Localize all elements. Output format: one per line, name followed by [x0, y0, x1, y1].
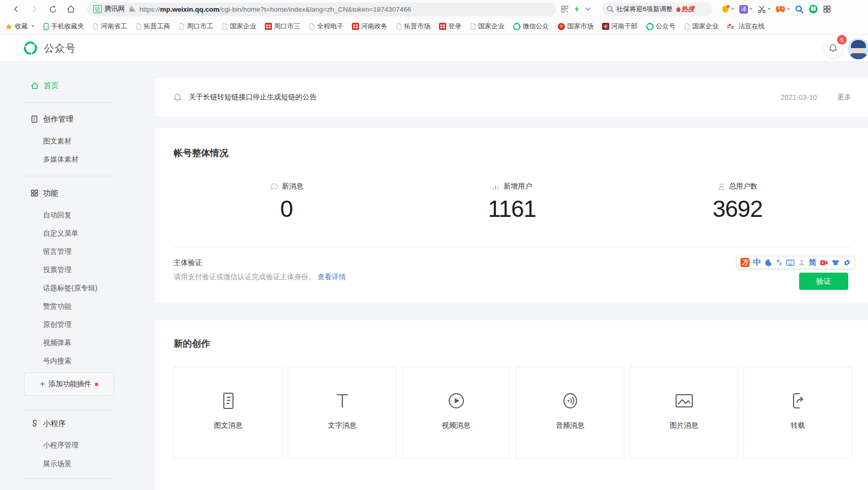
ime-logo-icon[interactable]: 万: [740, 258, 749, 267]
search-query: 社保将迎6项新调整: [616, 5, 673, 14]
stat-value: 1161: [399, 195, 624, 222]
chart-icon: [492, 183, 500, 191]
stat-label: 总用户数: [729, 182, 757, 191]
sidebar-item-display-scene[interactable]: 展示场景: [24, 458, 155, 470]
stat-label: 新增用户: [503, 182, 532, 191]
divider: [24, 410, 114, 410]
ime-night-mode-icon[interactable]: [765, 259, 772, 267]
verify-button[interactable]: 验证: [799, 273, 848, 290]
apps-grid-button[interactable]: [821, 5, 833, 13]
bookmark-item[interactable]: 微信公众: [513, 22, 549, 31]
creation-label: 视频消息: [402, 421, 510, 430]
clip-extension-button[interactable]: [756, 5, 772, 14]
toolbar-chevron-button[interactable]: [585, 7, 591, 11]
game-extension-button[interactable]: [774, 6, 792, 13]
bookmark-item[interactable]: Fx法宣在线: [727, 22, 765, 31]
sidebar-item-comments[interactable]: 留言管理: [24, 245, 155, 257]
back-button[interactable]: [10, 3, 22, 15]
site-name: 腾讯网: [104, 5, 125, 14]
avatar[interactable]: [848, 38, 868, 59]
creation-box-text[interactable]: 文字消息: [288, 367, 397, 459]
find-extension-button[interactable]: [794, 5, 805, 14]
notice-title[interactable]: 关于长链转短链接口停止生成短链的公告: [189, 93, 317, 102]
sidebar-section-title: 小程序: [43, 418, 66, 430]
sidebar-item-topic-tags[interactable]: 话题标签(原专辑): [24, 282, 155, 294]
sidebar-section-title: 功能: [43, 187, 58, 199]
bookmark-item[interactable]: 手机收藏夹: [43, 22, 84, 31]
ime-toolbar: 万 中 简: [736, 256, 855, 269]
divider: [24, 478, 114, 479]
ime-keyboard-icon[interactable]: [786, 259, 795, 266]
browser-search-box[interactable]: 社保将迎6项新调整 热搜: [602, 3, 713, 16]
sidebar-item-video-danmu[interactable]: 视频弹幕: [24, 336, 155, 349]
bookmark-item[interactable]: 国家企业: [684, 22, 719, 31]
sidebar-section-features[interactable]: 功能: [30, 187, 155, 199]
creation-box-audio[interactable]: 音频消息: [516, 367, 624, 459]
bookmark-item[interactable]: 国家市场: [558, 22, 594, 31]
sidebar-item-image-text-material[interactable]: 图文素材: [24, 135, 155, 147]
ime-simplified-icon[interactable]: 简: [809, 258, 816, 268]
sidebar-item-reward[interactable]: 赞赏功能: [24, 300, 155, 312]
bell-icon: [828, 43, 838, 53]
ime-settings-icon[interactable]: [843, 259, 851, 267]
address-bar[interactable]: 证 腾讯网 https://mp.weixin.qq.com/cgi-bin/h…: [87, 3, 556, 16]
notification-button[interactable]: 5: [823, 39, 843, 58]
add-plugin-button[interactable]: + 添加功能插件: [24, 372, 114, 396]
bookmark-label: 国家企业: [478, 22, 504, 31]
creation-box-repost[interactable]: 转载: [743, 367, 852, 459]
stat-value: 0: [174, 195, 399, 222]
translate-extension-button[interactable]: 译: [738, 5, 754, 14]
ime-video-icon[interactable]: [820, 259, 828, 266]
wechat-icon: [646, 23, 654, 30]
bookmark-item[interactable]: 拓普市场: [396, 22, 430, 31]
creation-label: 图文消息: [174, 421, 282, 430]
qr-code-button[interactable]: [561, 5, 569, 13]
bookmark-item[interactable]: 河南政务: [352, 22, 387, 31]
home-button[interactable]: [65, 3, 77, 15]
sidebar-item-auto-reply[interactable]: 自动回复: [24, 209, 155, 221]
sidebar-item-miniprogram-manage[interactable]: 小程序管理: [24, 439, 155, 451]
bookmark-item[interactable]: 收藏: [5, 22, 34, 31]
hot-search[interactable]: 热搜: [676, 5, 694, 14]
sidebar-item-votes[interactable]: 投票管理: [24, 263, 155, 276]
flash-button[interactable]: [573, 5, 580, 13]
forward-button[interactable]: [28, 3, 41, 15]
bookmark-item[interactable]: 河南干部: [602, 22, 638, 31]
sidebar-section-creation[interactable]: 创作管理: [30, 113, 155, 125]
bookmark-item[interactable]: 周口市三: [265, 22, 300, 31]
sidebar-item-original[interactable]: 原创管理: [24, 318, 155, 330]
sidebar-section-miniprogram[interactable]: 小程序: [30, 418, 155, 430]
add-plugin-label: 添加功能插件: [49, 380, 91, 389]
qr-code-icon: [561, 5, 569, 13]
shield-extension-button[interactable]: [720, 5, 736, 14]
svg-text:x: x: [731, 24, 734, 30]
bookmark-item[interactable]: 河南省工: [93, 22, 127, 31]
notice-more-link[interactable]: 更多: [837, 93, 851, 102]
creation-box-video[interactable]: 视频消息: [402, 367, 510, 459]
creation-box-article[interactable]: 图文消息: [174, 367, 283, 459]
sidebar-item-home[interactable]: 首页: [30, 80, 155, 92]
bookmark-item[interactable]: 国家企业: [222, 22, 256, 31]
sidebar-item-account-search[interactable]: 号内搜索: [24, 355, 155, 367]
bookmark-item[interactable]: 拓普工商: [136, 22, 170, 31]
book-icon: [809, 5, 818, 14]
ime-punctuation-icon[interactable]: [776, 259, 782, 267]
sidebar-item-custom-menu[interactable]: 自定义菜单: [24, 227, 155, 239]
brand-title: 公众号: [44, 42, 76, 55]
bookmark-item[interactable]: 周口市工: [179, 22, 213, 31]
refresh-button[interactable]: [47, 3, 59, 15]
reader-extension-button[interactable]: [807, 5, 819, 14]
user-icon: [718, 183, 725, 191]
ime-user-icon[interactable]: [798, 259, 805, 266]
creation-box-image[interactable]: 图片消息: [629, 367, 738, 459]
bookmark-item[interactable]: 登录: [439, 22, 461, 31]
forward-icon: [30, 5, 38, 13]
ime-skin-icon[interactable]: [832, 259, 840, 266]
bookmark-label: 河南省工: [101, 22, 127, 31]
ime-chinese-mode-icon[interactable]: 中: [753, 257, 761, 268]
verify-details-link[interactable]: 查看详情: [318, 273, 346, 281]
bookmark-item[interactable]: 公众号: [646, 22, 676, 31]
bookmark-item[interactable]: 国家企业: [470, 22, 504, 31]
sidebar-item-multimedia-material[interactable]: 多媒体素材: [24, 153, 155, 165]
bookmark-item[interactable]: 全程电子: [309, 22, 343, 31]
